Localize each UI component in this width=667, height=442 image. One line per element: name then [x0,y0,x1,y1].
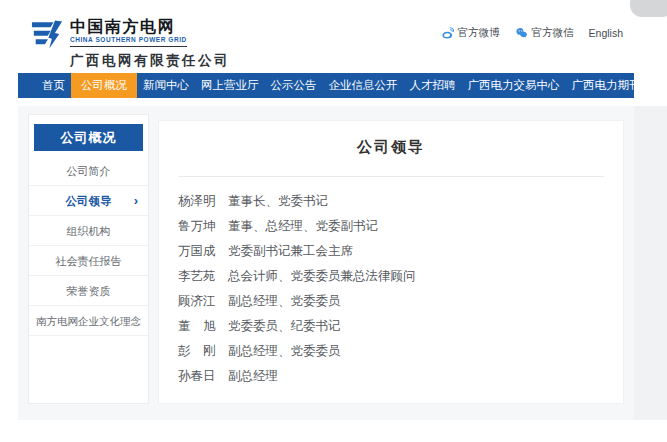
leader-row: 万国成 党委副书记兼工会主席 [178,239,623,264]
nav-item-info-disclosure[interactable]: 企业信息公开 [323,73,404,98]
leader-name: 万国成 [178,239,228,264]
leader-title: 党委副书记兼工会主席 [228,239,623,264]
window-corner-artifact [630,0,667,17]
nav-item-power-journal[interactable]: 广西电力期刊 [566,73,647,98]
sidebar-item-label: 南方电网企业文化理念 [36,315,141,327]
nav-item-power-trading-center[interactable]: 广西电力交易中心 [462,73,566,98]
sidebar-item-label: 公司简介 [67,165,111,177]
leader-name: 董 旭 [178,314,228,339]
sidebar-item-label: 公司领导 [66,195,112,207]
chevron-right-icon: › [134,186,138,216]
sidebar-item-csr-report[interactable]: 社会责任报告 [29,246,148,276]
sidebar-item-company-intro[interactable]: 公司简介 [29,156,148,186]
header-quick-links: 官方微博 官方微信 English [441,26,623,40]
wechat-link-label: 官方微信 [532,26,574,40]
nav-item-company-overview[interactable]: 公司概况 [71,73,137,98]
leader-name: 孙春日 [178,364,228,389]
wechat-icon [515,26,529,40]
page-title: 公司领导 [159,138,623,157]
sidebar-menu: 公司简介 公司领导 › 组织机构 社会责任报告 荣誉资质 南方电网企业文化理念 [29,156,148,336]
leader-row: 顾济江 副总经理、党委委员 [178,289,623,314]
brand-name-cn: 中国南方电网 [70,18,187,36]
brand-name-en: CHINA SOUTHERN POWER GRID [70,36,187,44]
sidebar-item-label: 组织机构 [67,225,111,237]
leader-row: 李艺苑 总会计师、党委委员兼总法律顾问 [178,264,623,289]
nav-item-news-center[interactable]: 新闻中心 [137,73,195,98]
leader-title: 党委委员、纪委书记 [228,314,623,339]
leader-row: 鲁万坤 董事、总经理、党委副书记 [178,214,623,239]
weibo-link-label: 官方微博 [458,26,500,40]
leader-name: 顾济江 [178,289,228,314]
wechat-link[interactable]: 官方微信 [515,26,574,40]
nav-item-home[interactable]: 首页 [36,73,71,98]
leader-title: 副总经理 [228,364,623,389]
subsidiary-name: 广西电网有限责任公司 [70,52,230,70]
site-header: 中国南方电网 CHINA SOUTHERN POWER GRID 广西电网有限责… [0,0,667,73]
leader-name: 鲁万坤 [178,214,228,239]
main-nav: 首页 公司概况 新闻中心 网上营业厅 公示公告 企业信息公开 人才招聘 广西电力… [18,73,634,98]
leader-title: 董事长、党委书记 [228,189,623,214]
weibo-link[interactable]: 官方微博 [441,26,500,40]
leader-row: 孙春日 副总经理 [178,364,623,389]
sidebar-title: 公司概况 [34,124,143,151]
leader-title: 副总经理、党委委员 [228,289,623,314]
sidebar-item-company-leaders[interactable]: 公司领导 › [29,186,148,216]
nav-item-online-business-hall[interactable]: 网上营业厅 [195,73,265,98]
leader-name: 杨泽明 [178,189,228,214]
leader-row: 董 旭 党委委员、纪委书记 [178,314,623,339]
leader-title: 董事、总经理、党委副书记 [228,214,623,239]
csg-logo-icon [31,20,63,49]
english-link[interactable]: English [589,27,623,39]
leader-row: 杨泽明 董事长、党委书记 [178,189,623,214]
leader-title: 总会计师、党委委员兼总法律顾问 [228,264,623,289]
nav-item-recruitment[interactable]: 人才招聘 [404,73,462,98]
leader-name: 彭 刚 [178,339,228,364]
sidebar-item-corporate-culture[interactable]: 南方电网企业文化理念 [29,306,148,336]
sidebar-item-label: 社会责任报告 [56,255,122,267]
site-logo[interactable]: 中国南方电网 CHINA SOUTHERN POWER GRID [31,18,187,49]
leader-title: 副总经理、党委委员 [228,339,623,364]
leader-list: 杨泽明 董事长、党委书记 鲁万坤 董事、总经理、党委副书记 万国成 党委副书记兼… [178,189,623,389]
title-divider [178,176,604,177]
main-content-panel: 公司领导 杨泽明 董事长、党委书记 鲁万坤 董事、总经理、党委副书记 万国成 党… [158,120,624,404]
leader-row: 彭 刚 副总经理、党委委员 [178,339,623,364]
sidebar: 公司概况 公司简介 公司领导 › 组织机构 社会责任报告 荣誉资质 南方电网企业… [28,114,149,404]
leader-name: 李艺苑 [178,264,228,289]
sidebar-item-org-structure[interactable]: 组织机构 [29,216,148,246]
right-gutter [634,106,667,420]
sidebar-item-honors[interactable]: 荣誉资质 [29,276,148,306]
sidebar-item-label: 荣誉资质 [67,285,111,297]
nav-item-public-notices[interactable]: 公示公告 [265,73,323,98]
weibo-icon [441,26,455,40]
